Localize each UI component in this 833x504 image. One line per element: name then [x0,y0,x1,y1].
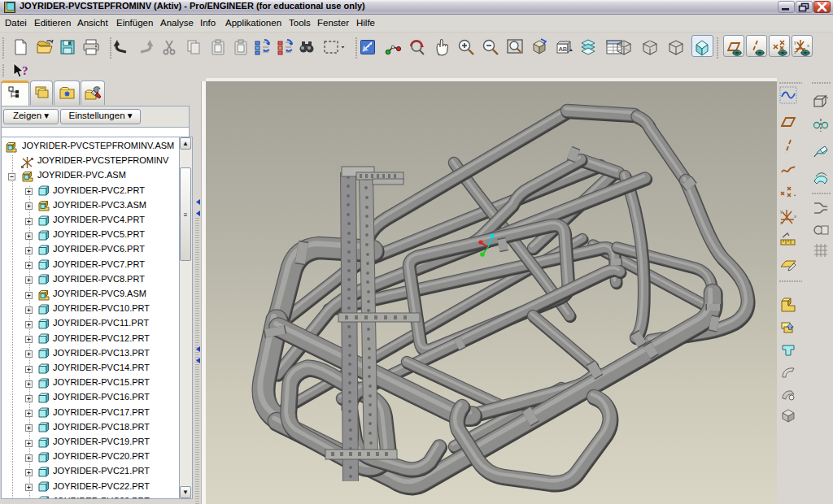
svg-text:y: y [794,40,796,45]
svg-text:z: z [794,50,796,54]
svg-text:x: x [807,43,809,48]
svg-text:y: y [780,209,783,214]
svg-text:?: ? [22,64,28,77]
svg-text:z: z [780,220,783,225]
svg-text:x: x [794,214,796,219]
svg-text:AB: AB [559,46,568,53]
